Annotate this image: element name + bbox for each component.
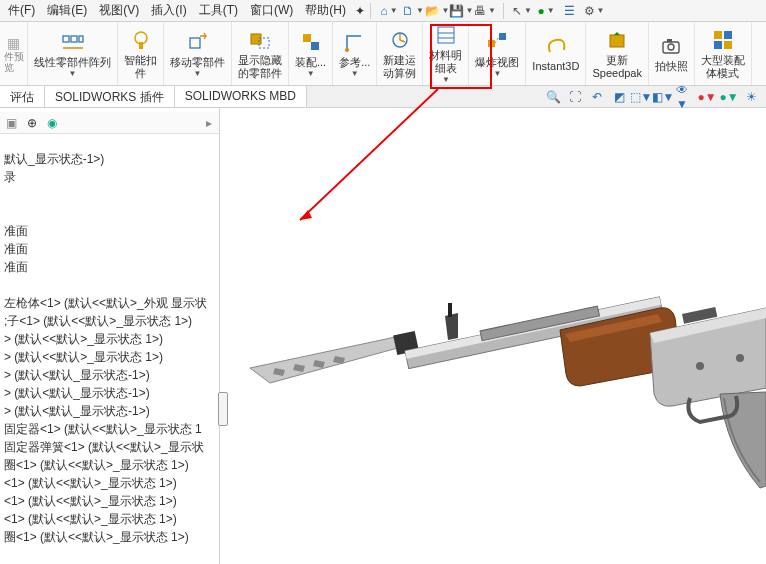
svg-rect-22 bbox=[714, 31, 722, 39]
svg-line-17 bbox=[495, 37, 499, 43]
tree-item[interactable]: 准面 bbox=[0, 258, 219, 276]
svg-rect-8 bbox=[303, 34, 311, 42]
tree-target-icon[interactable]: ⊕ bbox=[27, 116, 37, 130]
tree-header: ▣ ⊕ ◉ ▸ bbox=[0, 112, 220, 134]
tree-filter-icon[interactable]: ▣ bbox=[6, 116, 17, 130]
svg-rect-21 bbox=[667, 39, 672, 42]
menu-window[interactable]: 窗口(W) bbox=[244, 0, 299, 21]
ribbon-assembly[interactable]: 装配... ▼ bbox=[289, 22, 333, 85]
tree-chevron-icon[interactable]: ▸ bbox=[206, 116, 220, 130]
ribbon-pin-icon[interactable]: ▦ bbox=[7, 35, 20, 51]
ribbon-large-assembly[interactable]: 大型装配 体模式 bbox=[695, 22, 752, 85]
svg-rect-1 bbox=[71, 36, 77, 42]
svg-marker-26 bbox=[250, 336, 405, 383]
tab-evaluate[interactable]: 评估 bbox=[0, 86, 45, 107]
ribbon-label: 线性零部件阵列 bbox=[34, 56, 111, 69]
splitter-handle[interactable] bbox=[218, 392, 228, 426]
tree-globe-icon[interactable]: ◉ bbox=[47, 116, 57, 130]
tab-sw-addins[interactable]: SOLIDWORKS 插件 bbox=[45, 86, 175, 107]
tree-item[interactable]: 准面 bbox=[0, 222, 219, 240]
tree-item[interactable]: 录 bbox=[0, 168, 219, 186]
zoom-area-icon[interactable]: ⛶ bbox=[566, 88, 584, 106]
ribbon-new-motion[interactable]: 新建运 动算例 bbox=[377, 22, 423, 85]
svg-rect-18 bbox=[610, 35, 624, 47]
ribbon-move-component[interactable]: 移动零部件 ▼ bbox=[164, 22, 232, 85]
open-icon[interactable]: 📂▼ bbox=[429, 3, 445, 19]
view-orientation-icon[interactable]: ⬚▼ bbox=[632, 88, 650, 106]
tree-item[interactable]: 圈<1> (默认<<默认>_显示状态 1>) bbox=[0, 456, 219, 474]
graphics-viewport[interactable] bbox=[220, 108, 766, 564]
appearance-icon[interactable]: ●▼ bbox=[698, 88, 716, 106]
ribbon-reference[interactable]: 参考... ▼ bbox=[333, 22, 377, 85]
pointer-icon[interactable]: ↖▼ bbox=[514, 3, 530, 19]
svg-rect-5 bbox=[190, 38, 200, 48]
menu-tools[interactable]: 工具(T) bbox=[193, 0, 244, 21]
workspace: ▣ ⊕ ◉ ▸ 默认_显示状态-1>) 录 准面 准面 准面 左枪体<1> (默… bbox=[0, 108, 766, 564]
svg-point-35 bbox=[736, 354, 744, 362]
menu-help[interactable]: 帮助(H) bbox=[299, 0, 352, 21]
tree-item[interactable]: > (默认<<默认>_显示状态 1>) bbox=[0, 348, 219, 366]
ribbon-update-speedpak[interactable]: 更新 Speedpak bbox=[586, 22, 649, 85]
tree-item[interactable]: 固定器<1> (默认<<默认>_显示状态 1 bbox=[0, 420, 219, 438]
scene-icon[interactable]: ●▼ bbox=[720, 88, 738, 106]
zoom-fit-icon[interactable]: 🔍 bbox=[544, 88, 562, 106]
tree-item[interactable]: ;子<1> (默认<<默认>_显示状态 1>) bbox=[0, 312, 219, 330]
hide-show-icon[interactable]: 👁▼ bbox=[676, 88, 694, 106]
menu-edit[interactable]: 编辑(E) bbox=[41, 0, 93, 21]
bom-icon bbox=[434, 23, 458, 47]
tab-sw-mbd[interactable]: SOLIDWORKS MBD bbox=[175, 86, 307, 107]
ribbon-bom[interactable]: 材料明 细表 ▼ bbox=[423, 22, 469, 85]
reference-icon bbox=[343, 30, 367, 54]
move-component-icon bbox=[186, 30, 210, 54]
motion-study-icon bbox=[388, 28, 412, 52]
heads-up-view-toolbar: 🔍 ⛶ ↶ ◩ ⬚▼ ◧▼ 👁▼ ●▼ ●▼ ☀ bbox=[544, 86, 766, 107]
feature-tree-panel: ▣ ⊕ ◉ ▸ 默认_显示状态-1>) 录 准面 准面 准面 左枪体<1> (默… bbox=[0, 108, 220, 564]
svg-point-34 bbox=[696, 362, 704, 370]
ribbon-toolbar: ▦ 件预览 线性零部件阵列 ▼ 智能扣 件 移动零部件 ▼ 显示隐藏 的零部件 … bbox=[0, 22, 766, 86]
tree-item[interactable]: > (默认<默认_显示状态-1>) bbox=[0, 402, 219, 420]
rebuild-icon[interactable]: ●▼ bbox=[538, 3, 554, 19]
settings-icon[interactable]: ⚙▼ bbox=[586, 3, 602, 19]
menu-view[interactable]: 视图(V) bbox=[93, 0, 145, 21]
tree-item[interactable]: 准面 bbox=[0, 240, 219, 258]
tree-item[interactable]: > (默认<<默认>_显示状态 1>) bbox=[0, 330, 219, 348]
ribbon-show-hide[interactable]: 显示隐藏 的零部件 bbox=[232, 22, 289, 85]
svg-rect-9 bbox=[311, 42, 319, 50]
new-icon[interactable]: 🗋▼ bbox=[405, 3, 421, 19]
camera-icon bbox=[659, 34, 683, 58]
ribbon-snapshot[interactable]: 拍快照 bbox=[649, 22, 695, 85]
ribbon-preview-label: 件预览 bbox=[4, 51, 24, 73]
prev-view-icon[interactable]: ↶ bbox=[588, 88, 606, 106]
print-icon[interactable]: 🖶▼ bbox=[477, 3, 493, 19]
svg-rect-15 bbox=[488, 40, 495, 47]
tree-item[interactable]: 固定器弹簧<1> (默认<<默认>_显示状 bbox=[0, 438, 219, 456]
view-settings-icon[interactable]: ☀ bbox=[742, 88, 760, 106]
exploded-view-icon bbox=[485, 30, 509, 54]
save-icon[interactable]: 💾▼ bbox=[453, 3, 469, 19]
svg-rect-25 bbox=[724, 41, 732, 49]
ribbon-instant3d[interactable]: Instant3D bbox=[526, 22, 586, 85]
ribbon-smart-fastener[interactable]: 智能扣 件 bbox=[118, 22, 164, 85]
tree-item[interactable]: <1> (默认<<默认>_显示状态 1>) bbox=[0, 492, 219, 510]
svg-rect-24 bbox=[714, 41, 722, 49]
svg-rect-16 bbox=[499, 33, 506, 40]
speedpak-icon bbox=[605, 28, 629, 52]
tree-item[interactable]: <1> (默认<<默认>_显示状态 1>) bbox=[0, 474, 219, 492]
display-style-icon[interactable]: ◧▼ bbox=[654, 88, 672, 106]
svg-point-20 bbox=[668, 44, 674, 50]
svg-rect-2 bbox=[79, 36, 83, 42]
tree-item[interactable]: 默认_显示状态-1>) bbox=[0, 150, 219, 168]
home-icon[interactable]: ⌂▼ bbox=[381, 3, 397, 19]
menu-file[interactable]: 件(F) bbox=[2, 0, 41, 21]
tree-item[interactable]: <1> (默认<<默认>_显示状态 1>) bbox=[0, 510, 219, 528]
tree-item[interactable]: 圈<1> (默认<<默认>_显示状态 1>) bbox=[0, 528, 219, 546]
section-view-icon[interactable]: ◩ bbox=[610, 88, 628, 106]
tree-item[interactable]: > (默认<默认_显示状态-1>) bbox=[0, 366, 219, 384]
tree-item[interactable]: 左枪体<1> (默认<<默认>_外观 显示状 bbox=[0, 294, 219, 312]
ribbon-linear-pattern[interactable]: 线性零部件阵列 ▼ bbox=[28, 22, 118, 85]
menu-insert[interactable]: 插入(I) bbox=[145, 0, 192, 21]
star-icon[interactable]: ✦ bbox=[352, 3, 368, 19]
ribbon-exploded-view[interactable]: 爆炸视图 ▼ bbox=[469, 22, 526, 85]
tree-item[interactable]: > (默认<默认_显示状态-1>) bbox=[0, 384, 219, 402]
options-icon[interactable]: ☰ bbox=[562, 3, 578, 19]
